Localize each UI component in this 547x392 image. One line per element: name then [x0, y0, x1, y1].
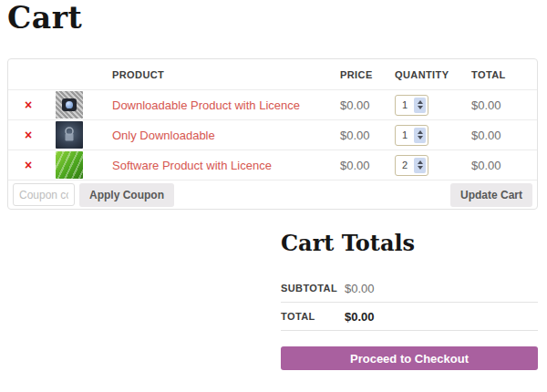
quantity-stepper[interactable]: 1 — [395, 95, 428, 116]
product-thumbnail-apple[interactable] — [56, 91, 83, 119]
update-cart-button[interactable]: Update Cart — [450, 183, 532, 207]
coupon-input[interactable] — [13, 183, 75, 206]
spinner-up-icon[interactable] — [418, 160, 423, 164]
apply-coupon-button[interactable]: Apply Coupon — [79, 183, 174, 207]
header-product: PRODUCT — [105, 69, 333, 80]
apple-logo-icon — [62, 98, 77, 111]
proceed-to-checkout-button[interactable]: Proceed to Checkout — [281, 346, 538, 370]
table-row: × Downloadable Product with Licence $0.0… — [8, 89, 537, 119]
subtotal-label: SUBTOTAL — [281, 283, 345, 294]
product-link[interactable]: Only Downloadable — [112, 129, 215, 142]
total-value: $0.00 — [464, 129, 537, 142]
quantity-value[interactable]: 1 — [396, 99, 414, 110]
header-quantity: QUANTITY — [387, 69, 464, 80]
product-thumbnail-leaf[interactable] — [56, 151, 83, 179]
padlock-icon — [63, 126, 76, 144]
quantity-stepper[interactable]: 1 — [395, 125, 428, 146]
price-value: $0.00 — [333, 159, 387, 172]
header-price: PRICE — [333, 69, 387, 80]
table-row: × Only Downloadable $0.00 1 $0.00 — [8, 119, 537, 150]
table-row: × Software Product with Licence $0.00 2 … — [8, 150, 537, 180]
spinner-down-icon[interactable] — [418, 166, 423, 170]
total-row: TOTAL $0.00 — [281, 303, 538, 331]
subtotal-row: SUBTOTAL $0.00 — [281, 274, 538, 303]
quantity-value[interactable]: 2 — [396, 160, 414, 170]
price-value: $0.00 — [333, 98, 387, 112]
product-link[interactable]: Software Product with Licence — [112, 159, 272, 172]
price-value: $0.00 — [333, 129, 387, 142]
cart-totals-title: Cart Totals — [281, 230, 538, 256]
cart-actions-row: Apply Coupon Update Cart — [8, 180, 537, 209]
remove-item-icon[interactable]: × — [25, 159, 32, 171]
quantity-spinner[interactable] — [414, 158, 426, 173]
remove-item-icon[interactable]: × — [25, 98, 32, 111]
total-value: $0.00 — [464, 98, 537, 112]
spinner-down-icon[interactable] — [418, 106, 423, 109]
header-total: TOTAL — [464, 69, 537, 80]
quantity-spinner[interactable] — [414, 128, 426, 143]
product-thumbnail-padlock[interactable] — [56, 121, 83, 149]
cart-totals-table: SUBTOTAL $0.00 TOTAL $0.00 — [281, 274, 538, 331]
total-value: $0.00 — [345, 310, 375, 324]
quantity-value[interactable]: 1 — [396, 129, 414, 140]
subtotal-value: $0.00 — [345, 282, 375, 295]
quantity-stepper[interactable]: 2 — [395, 155, 428, 176]
total-label: TOTAL — [281, 311, 345, 322]
cart-totals-section: Cart Totals SUBTOTAL $0.00 TOTAL $0.00 P… — [281, 230, 538, 370]
total-value: $0.00 — [464, 159, 537, 172]
cart-table: PRODUCT PRICE QUANTITY TOTAL × Downloada… — [7, 58, 538, 210]
spinner-up-icon[interactable] — [418, 100, 423, 104]
quantity-spinner[interactable] — [414, 98, 426, 113]
cart-table-header: PRODUCT PRICE QUANTITY TOTAL — [8, 59, 537, 89]
product-link[interactable]: Downloadable Product with Licence — [112, 98, 300, 112]
spinner-down-icon[interactable] — [418, 136, 423, 139]
spinner-up-icon[interactable] — [418, 130, 423, 134]
remove-item-icon[interactable]: × — [25, 129, 32, 141]
page-title: Cart — [7, 0, 82, 36]
